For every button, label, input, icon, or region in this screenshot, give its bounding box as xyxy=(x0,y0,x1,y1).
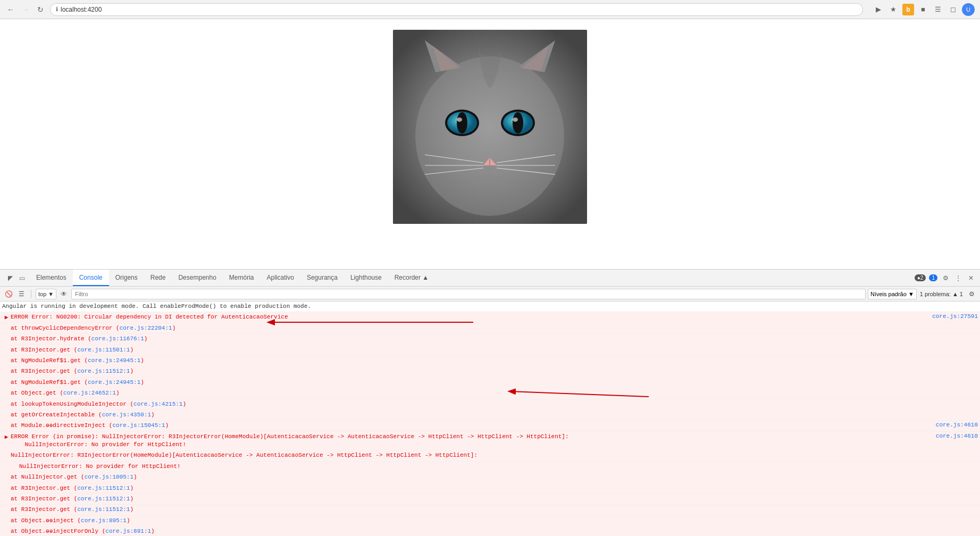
cat-svg xyxy=(393,30,587,224)
svg-point-11 xyxy=(457,118,462,122)
context-label: top xyxy=(38,291,46,297)
context-selector[interactable]: top ▼ xyxy=(36,289,56,299)
err1-stack2: at R3Injector.hydrate (core.js:11676:1) xyxy=(11,335,978,343)
back-button[interactable]: ← xyxy=(5,4,16,15)
console-error1-line3: at R3Injector.get (core.js:11501:1) xyxy=(0,345,980,356)
console-error1-line7: at Object.get (core.js:24652:1) xyxy=(0,388,980,399)
console-line-error1: ▶ ERROR Error: NG0200: Circular dependen… xyxy=(0,312,980,323)
err2-link3[interactable]: core.js:11512:1 xyxy=(77,496,130,502)
err1-link3[interactable]: core.js:11501:1 xyxy=(77,347,130,353)
tab-elementos[interactable]: Elementos xyxy=(30,270,73,286)
err1-stack10: at Module.ɵɵdirectiveInject (core.js:150… xyxy=(11,422,932,430)
more-icon[interactable]: ⋮ xyxy=(953,273,963,283)
console-error1-line8: at lookupTokenUsingModuleInjector (core.… xyxy=(0,399,980,410)
console-error1-line10: at Module.ɵɵdirectiveInject (core.js:150… xyxy=(0,421,980,431)
err1-link6[interactable]: core.js:24945:1 xyxy=(88,379,140,386)
err1-stack6: at NgModuleRef$1.get (core.js:24945:1) xyxy=(11,379,978,387)
error1-icon: ▶ xyxy=(2,314,11,321)
err2-link2[interactable]: core.js:11512:1 xyxy=(77,485,130,491)
ext2-button[interactable]: ■ xyxy=(917,4,929,15)
err1-stack1: at throwCyclicDependencyError (core.js:2… xyxy=(11,324,978,332)
devtools-toolbar: 🚫 ☰ top ▼ 👁 Níveis padrão ▼ 1 problema: … xyxy=(0,287,980,302)
error2-source[interactable]: core.js:4610 xyxy=(936,433,978,439)
err1-link4[interactable]: core.js:24945:1 xyxy=(88,357,140,364)
console-error1-line4: at NgModuleRef$1.get (core.js:24945:1) xyxy=(0,356,980,366)
console-error2-line8: at Object.ɵɵinjectForOnly (core.js:891:1… xyxy=(0,526,980,536)
console-error2-line4: at R3Injector.get (core.js:11512:1) xyxy=(0,483,980,494)
devtools-left-icons: ◤ ▭ xyxy=(2,270,30,286)
console-error2-line6: at R3Injector.get (core.js:11512:1) xyxy=(0,505,980,515)
err1-stack7: at Object.get (core.js:24652:1) xyxy=(11,389,978,397)
svg-point-14 xyxy=(513,112,523,133)
forward-button[interactable]: → xyxy=(20,4,31,15)
tab-desempenho[interactable]: Desempenho xyxy=(172,270,222,286)
err1-stack3: at R3Injector.get (core.js:11501:1) xyxy=(11,346,978,354)
context-chevron: ▼ xyxy=(48,291,54,297)
device-icon[interactable]: ▭ xyxy=(17,273,27,283)
eye-icon-btn[interactable]: 👁 xyxy=(58,289,69,299)
cast-button[interactable]: ▶ xyxy=(873,4,884,15)
tab-seguranca[interactable]: Segurança xyxy=(300,270,344,286)
browser-actions: ▶ ★ b ■ ☰ ◻ U xyxy=(873,3,975,16)
tab-aplicativo[interactable]: Aplicativo xyxy=(261,270,300,286)
err1-link2[interactable]: core.js:11676:1 xyxy=(91,336,144,342)
tab-memoria[interactable]: Memória xyxy=(223,270,261,286)
err2-link4[interactable]: core.js:11512:1 xyxy=(77,506,130,513)
nivel-select[interactable]: Níveis padrão ▼ xyxy=(868,289,917,299)
nivel-label: Níveis padrão ▼ xyxy=(870,291,914,297)
tab-origens[interactable]: Origens xyxy=(109,270,144,286)
settings-icon[interactable]: ⚙ xyxy=(941,273,950,283)
extension-button[interactable]: b xyxy=(902,4,914,15)
console-error1-line6: at NgModuleRef$1.get (core.js:24945:1) xyxy=(0,378,980,388)
err1-link8[interactable]: core.js:4215:1 xyxy=(133,401,182,407)
error1-source1[interactable]: core.js:27591 xyxy=(932,313,978,320)
err2-link6[interactable]: core.js:891:1 xyxy=(105,528,151,534)
tab-console[interactable]: Console xyxy=(73,270,109,286)
address-bar[interactable]: ℹ localhost:4200 xyxy=(50,3,863,16)
inspect-icon[interactable]: ◤ xyxy=(5,273,15,283)
devtools-right-actions: ●2 1 ⚙ ⋮ ✕ xyxy=(910,270,980,286)
console-error2-line2: NullInjectorError: No provider for HttpC… xyxy=(0,462,980,472)
console-output: Angular is running in development mode. … xyxy=(0,302,980,536)
svg-point-15 xyxy=(513,118,518,122)
toolbar-divider xyxy=(31,290,31,298)
err1-stack8: at lookupTokenUsingModuleInjector (core.… xyxy=(11,400,978,408)
lock-icon: ℹ xyxy=(56,6,58,13)
clear-button[interactable]: 🚫 xyxy=(3,289,14,299)
cat-image xyxy=(393,30,587,224)
devtools-panel: ◤ ▭ Elementos Console Origens Rede Desem… xyxy=(0,269,980,536)
err1-stack5: at R3Injector.get (core.js:11512:1) xyxy=(11,367,978,375)
svg-point-10 xyxy=(457,112,467,133)
tab-lighthouse[interactable]: Lighthouse xyxy=(344,270,388,286)
err1-link7[interactable]: core.js:24652:1 xyxy=(63,390,116,396)
error2-icon: ▶ xyxy=(2,433,11,440)
err1-link10[interactable]: core.js:15045:1 xyxy=(112,422,165,429)
problems-label: 1 problema: ▲ 1 xyxy=(920,291,963,297)
err1-stack9: at getOrCreateInjectable (core.js:4350:1… xyxy=(11,411,978,419)
bookmark-button[interactable]: ★ xyxy=(887,4,899,15)
tab-rede[interactable]: Rede xyxy=(144,270,172,286)
close-icon[interactable]: ✕ xyxy=(966,273,976,283)
console-line-angular: Angular is running in development mode. … xyxy=(0,302,980,312)
err1-link9[interactable]: core.js:4350:1 xyxy=(102,412,151,418)
console-line-error2: ▶ ERROR Error (in promise): NullInjector… xyxy=(0,432,980,451)
user-avatar[interactable]: U xyxy=(962,3,975,16)
settings2-icon-btn[interactable]: ⚙ xyxy=(966,289,977,299)
error1-msg: ERROR Error: NG0200: Circular dependency… xyxy=(11,313,928,321)
dot-badge: ●2 xyxy=(915,274,926,281)
restore-button[interactable]: ◻ xyxy=(947,4,959,15)
filter-input[interactable] xyxy=(71,289,866,299)
angular-info-msg: Angular is running in development mode. … xyxy=(2,303,978,311)
err2-link5[interactable]: core.js:895:1 xyxy=(81,517,127,524)
console-error1-line2: at R3Injector.hydrate (core.js:11676:1) xyxy=(0,334,980,345)
url-text: localhost:4200 xyxy=(61,6,102,13)
ext3-button[interactable]: ☰ xyxy=(932,4,944,15)
err2-link1[interactable]: core.js:1005:1 xyxy=(85,474,133,480)
filter-icon-btn[interactable]: ☰ xyxy=(16,289,27,299)
err1-link5[interactable]: core.js:11512:1 xyxy=(77,368,130,374)
reload-button[interactable]: ↻ xyxy=(35,4,46,15)
browser-chrome: ← → ↻ ℹ localhost:4200 ▶ ★ b ■ ☰ ◻ U xyxy=(0,0,980,19)
tab-recorder[interactable]: Recorder ▲ xyxy=(388,270,435,286)
err1-link1[interactable]: core.js:22204:1 xyxy=(120,325,172,331)
error1-source2[interactable]: core.js:4610 xyxy=(936,422,978,428)
